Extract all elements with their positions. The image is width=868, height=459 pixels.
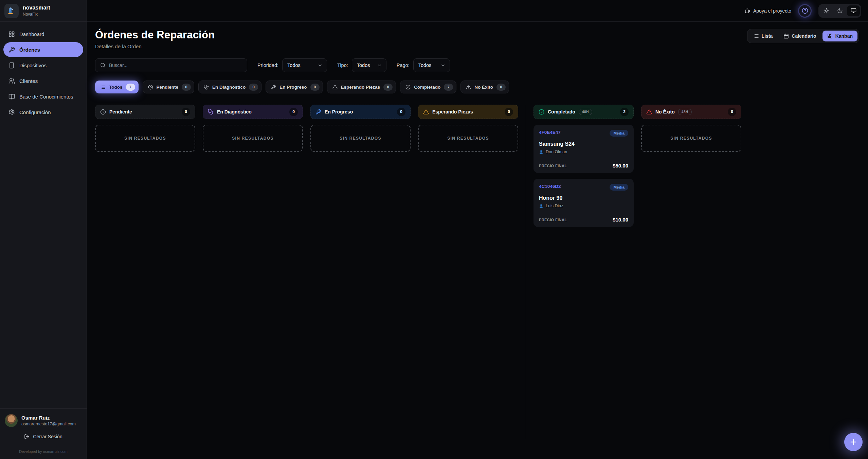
- developer-credit: Developed by osmarruiz.com: [5, 449, 82, 456]
- price-label: PRECIO FINAL: [539, 164, 567, 168]
- view-calendario-button[interactable]: Calendario: [779, 31, 821, 41]
- column-header-pendiente: Pendiente 0: [95, 105, 195, 119]
- page-subtitle: Detalles de la Orden: [95, 43, 215, 49]
- support-project-label: Apoya el proyecto: [753, 8, 791, 14]
- brand: novasmart NovaFix: [0, 0, 87, 22]
- tipo-select[interactable]: Todos: [352, 58, 386, 72]
- logout-button[interactable]: Cerrar Sesión: [5, 434, 82, 439]
- column-count: 0: [728, 108, 736, 116]
- price-value: $10.00: [613, 217, 628, 223]
- plus-icon: [849, 438, 858, 446]
- theme-dark-button[interactable]: [833, 5, 846, 16]
- chip-todos[interactable]: Todos 7: [95, 81, 139, 93]
- microscope-icon: [4, 4, 19, 18]
- search-icon: [100, 63, 106, 68]
- user-email: osmarernesto17@gmail.com: [21, 422, 76, 426]
- column-header-no-exito: No Éxito 48H 0: [641, 105, 741, 119]
- sidebar-item-label: Dashboard: [19, 31, 44, 37]
- sidebar-nav: Dashboard Órdenes Dispositivos Clientes …: [0, 22, 87, 124]
- card-divider: [539, 213, 628, 213]
- search-input[interactable]: [109, 63, 242, 68]
- dashboard-grid-icon: [8, 31, 15, 37]
- card-footer: PRECIO FINAL $10.00: [539, 217, 628, 223]
- chip-no-exito[interactable]: No Éxito 0: [460, 81, 509, 93]
- page-title: Órdenes de Reparación: [95, 29, 215, 41]
- chip-count-badge: 0: [182, 84, 191, 91]
- empty-text: SIN RESULTADOS: [124, 136, 166, 141]
- chip-esperando-piezas[interactable]: Esperando Piezas 0: [327, 81, 396, 93]
- chevron-down-icon: [440, 63, 446, 68]
- sidebar-item-clientes[interactable]: Clientes: [3, 73, 83, 88]
- filter-pago: Pago: Todos: [397, 58, 450, 72]
- chip-en-diagnostico[interactable]: En Diagnóstico 0: [198, 81, 261, 93]
- board-section-divider: [526, 105, 526, 439]
- check-circle-icon: [539, 109, 544, 115]
- sla-badge: 48H: [579, 109, 592, 115]
- client-row: Don Olman: [539, 149, 628, 154]
- kanban-board: Pendiente 0 SIN RESULTADOS En Diagnóstic…: [95, 105, 859, 439]
- page-content: Órdenes de Reparación Detalles de la Ord…: [87, 22, 868, 459]
- empty-text: SIN RESULTADOS: [232, 136, 273, 141]
- order-id: 4C1046D2: [539, 184, 561, 189]
- topbar: Apoya el proyecto: [87, 0, 868, 22]
- chip-pendiente[interactable]: Pendiente 0: [143, 81, 195, 93]
- chip-en-progreso[interactable]: En Progreso 0: [266, 81, 323, 93]
- app-root: novasmart NovaFix Dashboard Órdenes Disp…: [0, 0, 868, 459]
- column-pendiente: Pendiente 0 SIN RESULTADOS: [95, 105, 195, 439]
- column-title: Pendiente: [109, 109, 132, 114]
- client-name: Don Olman: [546, 149, 567, 154]
- filter-bar: Prioridad: Todos Tipo: Todos Pago:: [95, 58, 859, 72]
- chip-count-badge: 0: [496, 84, 506, 91]
- column-en-diagnostico: En Diagnóstico 0 SIN RESULTADOS: [203, 105, 303, 439]
- help-circle-icon: [802, 7, 808, 14]
- column-header-completado: Completado 48H 2: [534, 105, 634, 119]
- chip-label: Completado: [414, 85, 440, 90]
- view-label: Calendario: [792, 33, 816, 39]
- sidebar-item-base-conocimientos[interactable]: Base de Conocimientos: [3, 89, 83, 104]
- order-id: 4F0E4E47: [539, 130, 561, 135]
- user-name: Osmar Ruiz: [21, 415, 76, 421]
- client-row: Luis Diaz: [539, 204, 628, 208]
- order-card[interactable]: 4C1046D2 Media Honor 90 Luis Diaz PRECIO…: [534, 179, 634, 227]
- column-count: 0: [182, 108, 190, 116]
- order-card[interactable]: 4F0E4E47 Media Samsung S24 Don Olman PRE…: [534, 125, 634, 173]
- page-header: Órdenes de Reparación Detalles de la Ord…: [95, 29, 859, 49]
- view-kanban-button[interactable]: Kanban: [822, 31, 857, 41]
- check-circle-icon: [405, 85, 411, 90]
- moon-icon: [837, 8, 843, 14]
- priority-badge: Media: [610, 184, 628, 191]
- view-lista-button[interactable]: Lista: [749, 31, 778, 41]
- alert-triangle-icon: [332, 85, 338, 90]
- empty-text: SIN RESULTADOS: [447, 136, 489, 141]
- sidebar: novasmart NovaFix Dashboard Órdenes Disp…: [0, 0, 87, 459]
- device-name: Samsung S24: [539, 141, 628, 147]
- empty-dropzone: SIN RESULTADOS: [641, 125, 741, 152]
- sidebar-item-dispositivos[interactable]: Dispositivos: [3, 58, 83, 73]
- pago-select[interactable]: Todos: [413, 58, 450, 72]
- list-icon: [754, 33, 759, 39]
- support-project-link[interactable]: Apoya el proyecto: [745, 8, 791, 14]
- empty-dropzone: SIN RESULTADOS: [95, 125, 195, 152]
- sidebar-item-label: Órdenes: [19, 47, 40, 53]
- stethoscope-icon: [208, 109, 214, 115]
- sidebar-item-ordenes[interactable]: Órdenes: [3, 42, 83, 57]
- sidebar-item-dashboard[interactable]: Dashboard: [3, 27, 83, 41]
- column-en-progreso: En Progreso 0 SIN RESULTADOS: [310, 105, 411, 439]
- chip-completado[interactable]: Completado 7: [400, 81, 456, 93]
- sidebar-item-configuracion[interactable]: Configuración: [3, 105, 83, 120]
- chip-label: No Éxito: [474, 85, 493, 90]
- clock-icon: [100, 109, 106, 115]
- theme-light-button[interactable]: [820, 5, 833, 16]
- wrench-icon: [8, 47, 15, 53]
- theme-system-button[interactable]: [847, 5, 860, 16]
- chevron-down-icon: [377, 63, 382, 68]
- column-title: En Progreso: [325, 109, 353, 114]
- empty-text: SIN RESULTADOS: [340, 136, 381, 141]
- chip-count-badge: 7: [126, 84, 135, 91]
- card-footer: PRECIO FINAL $50.00: [539, 163, 628, 169]
- device-name: Honor 90: [539, 195, 628, 201]
- help-button[interactable]: [799, 5, 811, 17]
- prioridad-select[interactable]: Todos: [282, 58, 327, 72]
- column-esperando-piezas: Esperando Piezas 0 SIN RESULTADOS: [418, 105, 518, 439]
- add-order-fab[interactable]: [844, 433, 863, 451]
